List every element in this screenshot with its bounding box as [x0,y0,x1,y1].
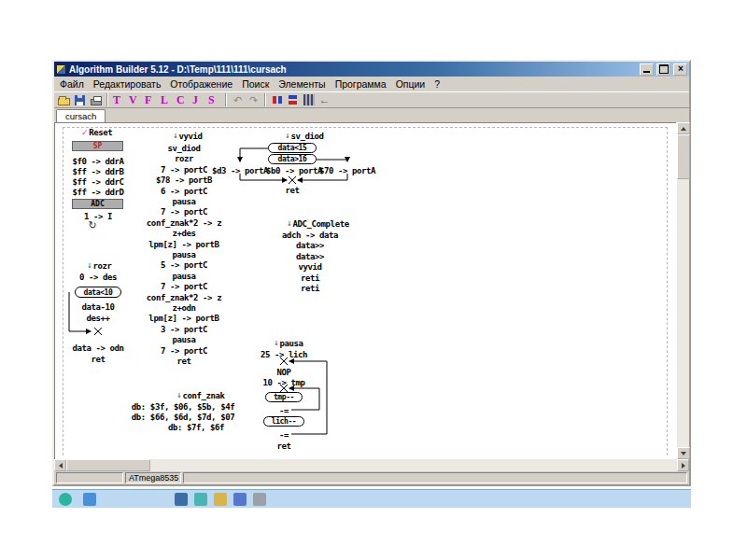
redo-button[interactable]: ↷ [246,92,261,107]
diagram-label-vyvid[interactable]: ↓ vyvid [173,132,203,141]
minimize-button[interactable] [640,63,654,76]
diagram-statement[interactable]: data>> [296,241,324,250]
diagram-statement[interactable]: 25 -> lich [261,350,307,359]
menu-elements[interactable]: Элементы [274,77,330,91]
diagram-statement[interactable]: 5 -> portC [161,260,207,270]
diagram-statement[interactable]: db: $66, $6d, $7d, $07 [132,413,234,422]
diagram-label-rozr[interactable]: ↓ rozr [87,261,112,271]
horizontal-scrollbar[interactable] [54,459,689,471]
taskbar-icon-7[interactable] [253,493,266,506]
print-button[interactable] [88,92,104,107]
scroll-up-button[interactable] [677,122,690,134]
diagram-statement[interactable]: rozr [175,154,193,163]
algorithm-canvas[interactable]: ✓ Reset SP $f0 -> ddrA $ff -> ddrB $ff -… [54,122,676,459]
element-t-button[interactable]: T [111,92,127,107]
scroll-track[interactable] [150,459,677,471]
program-chip-button[interactable] [285,92,301,107]
diagram-statement[interactable]: z+odn [172,303,195,313]
diagram-condition[interactable]: lich-- [263,416,304,427]
diagram-label-conf-znak[interactable]: ↓ conf_znak [176,391,225,400]
diagram-statement[interactable]: lpm[z] -> portB [148,314,218,323]
diagram-statement[interactable]: pausa [172,197,195,206]
loop-icon[interactable]: ↻ [88,219,96,231]
scroll-left-button[interactable] [54,459,66,471]
diagram-statement[interactable]: $78 -> portB [156,175,212,185]
diagram-statement[interactable]: 0 -> des [79,273,117,282]
diagram-statement[interactable]: lpm[z] -> portB [148,240,218,249]
horizontal-scroll-thumb[interactable] [66,459,150,471]
diagram-box-sp[interactable]: SP [72,141,123,151]
element-c-button[interactable]: C [175,92,190,107]
diagram-label-reset[interactable]: ✓ Reset [81,128,112,137]
diagram-statement[interactable]: conf_znak*2 -> z [147,218,221,228]
run-button[interactable] [301,92,317,107]
diagram-statement[interactable]: reti [301,284,319,293]
diagram-statement[interactable]: $ff -> ddrD [72,188,123,197]
diagram-statement[interactable]: reti [301,273,319,283]
menu-view[interactable]: Отображение [165,77,237,91]
taskbar-icon-6[interactable] [233,493,247,506]
taskbar-icon-1[interactable] [59,493,72,506]
diagram-statement[interactable]: data>> [296,252,324,261]
scroll-track[interactable] [677,179,689,447]
save-button[interactable] [72,92,88,107]
tab-cursach[interactable]: cursach [56,109,106,122]
diagram-statement[interactable]: $70 -> portA [319,166,375,175]
diagram-statement[interactable]: pausa [172,250,195,259]
diagram-label-adc-complete[interactable]: ↓ ADC_Complete [287,219,349,229]
diagram-condition[interactable]: data>16 [268,154,317,164]
scroll-down-button[interactable] [677,447,690,459]
menu-program[interactable]: Программа [331,77,391,91]
scroll-right-button[interactable] [677,459,689,471]
diagram-statement[interactable]: ret [176,357,190,366]
diagram-statement[interactable]: vyvid [298,262,321,272]
diagram-condition[interactable]: data<15 [268,143,317,153]
diagram-box-adc[interactable]: ADC [72,199,123,209]
diagram-condition[interactable]: data<10 [75,287,121,298]
menu-edit[interactable]: Редактировать [89,77,166,91]
element-s-button[interactable]: S [206,92,222,107]
diagram-statement[interactable]: pausa [172,272,195,281]
back-button[interactable]: ← [317,92,332,107]
vertical-scrollbar[interactable] [676,122,689,459]
app-icon[interactable] [56,64,66,75]
diagram-statement[interactable]: data-10 [81,302,114,312]
diagram-statement[interactable]: -= [279,430,289,440]
taskbar-icon-4[interactable] [194,493,207,506]
diagram-statement[interactable]: conf_znak*2 -> z [147,293,221,302]
element-f-button[interactable]: F [143,92,159,107]
element-l-button[interactable]: L [159,92,175,107]
diagram-condition[interactable]: tmp-- [265,392,303,402]
diagram-statement[interactable]: 7 -> portC [161,346,207,356]
diagram-statement[interactable]: $f0 -> ddrA [72,157,123,166]
diagram-label-sv-diod[interactable]: ↓ sv_diod [285,132,324,141]
element-j-button[interactable]: J [190,92,206,107]
diagram-statement[interactable]: $ff -> ddrC [72,177,123,187]
diagram-statement[interactable]: db: $7f, $6f [168,423,224,432]
taskbar-icon-3[interactable] [175,493,188,506]
menu-search[interactable]: Поиск [237,77,274,91]
diagram-statement[interactable]: z+des [172,229,195,238]
diagram-statement[interactable]: ret [91,355,105,364]
diagram-statement[interactable]: 7 -> portC [161,282,207,291]
diagram-statement[interactable]: $d3 -> portA [212,166,268,175]
menu-help[interactable]: ? [430,77,444,91]
open-button[interactable] [56,92,72,107]
taskbar-icon-2[interactable] [83,493,96,506]
menu-options[interactable]: Опции [391,77,430,91]
vertical-scroll-thumb[interactable] [677,134,690,179]
diagram-statement[interactable]: adch -> data [282,231,338,240]
diagram-statement[interactable]: ret [285,186,299,195]
diagram-statement[interactable]: db: $3f, $06, $5b, $4f [132,402,234,412]
diagram-statement[interactable]: pausa [172,335,195,344]
diagram-statement[interactable]: 7 -> portC [161,165,207,175]
menu-file[interactable]: Файл [55,77,89,91]
diagram-statement[interactable]: sv_diod [167,144,200,153]
close-button[interactable]: × [673,63,687,76]
compile-button[interactable] [269,92,285,107]
diagram-statement[interactable]: $b0 -> portA [266,166,322,175]
diagram-statement[interactable]: des++ [86,314,109,323]
diagram-statement[interactable]: 7 -> portC [161,207,207,217]
diagram-statement[interactable]: NOP [276,368,290,377]
diagram-statement[interactable]: 3 -> portC [161,325,207,334]
